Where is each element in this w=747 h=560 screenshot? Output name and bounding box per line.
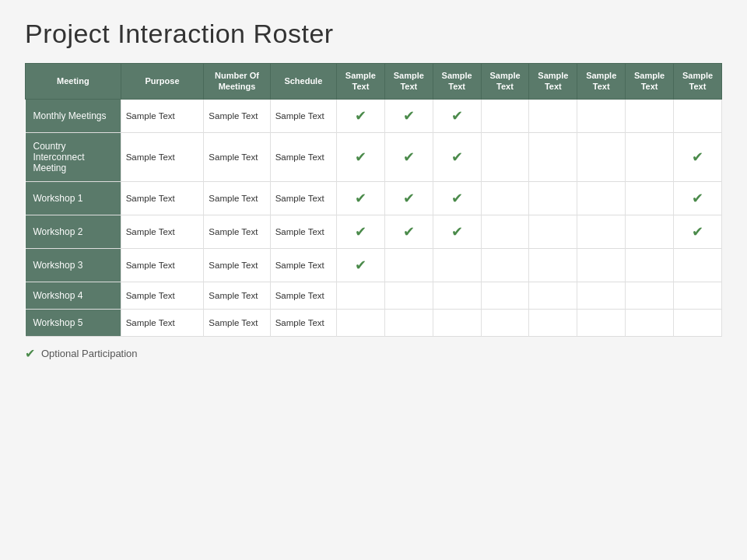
check-cell-5-4	[529, 282, 577, 309]
check-cell-4-0: ✔	[337, 248, 385, 282]
check-cell-3-1: ✔	[384, 215, 433, 248]
num-cell-0: Sample Text	[204, 99, 270, 132]
header-col-1: Purpose	[121, 64, 204, 100]
num-cell-2: Sample Text	[204, 181, 270, 215]
check-cell-5-6	[626, 282, 674, 309]
num-cell-6: Sample Text	[204, 309, 270, 336]
check-icon: ✔	[355, 190, 366, 207]
meeting-cell-2: Workshop 1	[26, 181, 121, 215]
check-cell-0-6	[626, 99, 674, 132]
purpose-cell-2: Sample Text	[121, 181, 204, 215]
footer-check-icon: ✔	[25, 346, 35, 361]
table-row: Monthly MeetingsSample TextSample TextSa…	[26, 99, 722, 132]
check-cell-5-0	[337, 282, 385, 309]
num-cell-5: Sample Text	[204, 282, 270, 309]
check-cell-3-4	[529, 215, 577, 248]
check-cell-5-1	[384, 282, 433, 309]
check-cell-4-7	[674, 248, 722, 282]
check-cell-4-1	[384, 248, 433, 282]
check-icon: ✔	[403, 190, 415, 207]
header-col-6: Sample Text	[433, 64, 481, 100]
meeting-cell-5: Workshop 4	[26, 282, 121, 309]
meeting-cell-3: Workshop 2	[26, 215, 121, 248]
check-cell-6-7	[674, 309, 722, 336]
check-cell-3-0: ✔	[337, 215, 385, 248]
check-cell-4-3	[481, 248, 529, 282]
check-cell-2-4	[529, 181, 577, 215]
header-col-9: Sample Text	[577, 64, 626, 100]
check-cell-2-3	[481, 181, 529, 215]
schedule-cell-1: Sample Text	[270, 132, 336, 181]
check-cell-6-1	[384, 309, 433, 336]
check-cell-1-0: ✔	[337, 132, 385, 181]
header-col-5: Sample Text	[384, 64, 433, 100]
check-cell-6-6	[626, 309, 674, 336]
purpose-cell-6: Sample Text	[121, 309, 204, 336]
table-row: Workshop 2Sample TextSample TextSample T…	[26, 215, 722, 248]
check-icon: ✔	[451, 190, 463, 207]
check-cell-4-4	[529, 248, 577, 282]
check-cell-1-5	[577, 132, 626, 181]
check-icon: ✔	[355, 107, 366, 124]
check-cell-1-6	[626, 132, 674, 181]
meeting-cell-0: Monthly Meetings	[26, 99, 121, 132]
check-cell-1-4	[529, 132, 577, 181]
header-col-3: Schedule	[270, 64, 336, 100]
check-icon: ✔	[355, 149, 366, 166]
purpose-cell-4: Sample Text	[121, 248, 204, 282]
check-icon: ✔	[355, 257, 366, 274]
check-icon: ✔	[451, 107, 463, 124]
schedule-cell-0: Sample Text	[270, 99, 336, 132]
table-row: Workshop 1Sample TextSample TextSample T…	[26, 181, 722, 215]
meeting-cell-6: Workshop 5	[26, 309, 121, 336]
check-cell-5-3	[481, 282, 529, 309]
header-col-2: Number Of Meetings	[204, 64, 270, 100]
check-icon: ✔	[692, 190, 703, 207]
check-cell-3-7: ✔	[674, 215, 722, 248]
check-cell-6-5	[577, 309, 626, 336]
purpose-cell-3: Sample Text	[121, 215, 204, 248]
check-cell-2-7: ✔	[674, 181, 722, 215]
check-icon: ✔	[403, 149, 415, 166]
check-cell-3-6	[626, 215, 674, 248]
num-cell-1: Sample Text	[204, 132, 270, 181]
schedule-cell-3: Sample Text	[270, 215, 336, 248]
purpose-cell-0: Sample Text	[121, 99, 204, 132]
check-cell-5-2	[433, 282, 481, 309]
check-cell-0-3	[481, 99, 529, 132]
check-cell-4-6	[626, 248, 674, 282]
check-cell-0-5	[577, 99, 626, 132]
check-cell-1-1: ✔	[384, 132, 433, 181]
check-cell-2-1: ✔	[384, 181, 433, 215]
check-cell-5-7	[674, 282, 722, 309]
check-cell-3-5	[577, 215, 626, 248]
schedule-cell-5: Sample Text	[270, 282, 336, 309]
check-cell-4-5	[577, 248, 626, 282]
check-cell-1-2: ✔	[433, 132, 481, 181]
roster-table: MeetingPurposeNumber Of MeetingsSchedule…	[25, 63, 722, 337]
header-col-7: Sample Text	[481, 64, 529, 100]
footer-label: Optional Participation	[41, 348, 138, 359]
check-cell-0-1: ✔	[384, 99, 433, 132]
check-cell-6-2	[433, 309, 481, 336]
check-cell-2-5	[577, 181, 626, 215]
table-row: Workshop 3Sample TextSample TextSample T…	[26, 248, 722, 282]
check-icon: ✔	[451, 223, 463, 240]
check-cell-0-0: ✔	[337, 99, 385, 132]
check-icon: ✔	[692, 223, 703, 240]
check-cell-2-2: ✔	[433, 181, 481, 215]
check-cell-1-7: ✔	[674, 132, 722, 181]
header-col-11: Sample Text	[674, 64, 722, 100]
check-icon: ✔	[403, 223, 415, 240]
table-row: Country Interconnect MeetingSample TextS…	[26, 132, 722, 181]
header-col-4: Sample Text	[337, 64, 385, 100]
check-icon: ✔	[355, 223, 366, 240]
check-cell-4-2	[433, 248, 481, 282]
check-cell-3-3	[481, 215, 529, 248]
check-cell-2-0: ✔	[337, 181, 385, 215]
header-col-10: Sample Text	[626, 64, 674, 100]
header-col-8: Sample Text	[529, 64, 577, 100]
num-cell-3: Sample Text	[204, 215, 270, 248]
check-icon: ✔	[403, 107, 415, 124]
num-cell-4: Sample Text	[204, 248, 270, 282]
